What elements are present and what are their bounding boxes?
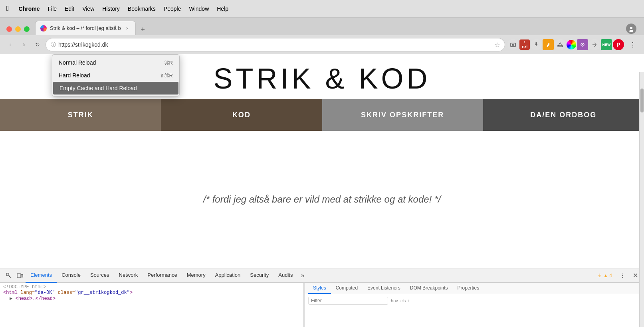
devtools-tab-security[interactable]: Security [245,268,273,283]
ext-paint-btn[interactable] [543,39,554,50]
devtools-filter-input[interactable] [308,297,388,305]
menu-help[interactable]: Help [217,6,228,12]
menu-history[interactable]: History [102,6,120,12]
tab-title: Strik & kod – /* fordi jeg altså b [50,25,121,31]
new-tab-button[interactable]: + [137,24,149,35]
maximize-window-button[interactable] [24,26,30,32]
url-text[interactable]: https://strikogkod.dk [58,41,492,48]
tab-favicon [40,25,47,32]
devtools-toolbar: Elements Console Sources Network Perform… [0,268,644,283]
mac-menu-bar:  Chrome File Edit View History Bookmark… [0,0,644,18]
svg-point-4 [535,42,537,44]
reload-context-menu: Normal Reload ⌘R Hard Reload ⇧⌘R Empty C… [52,54,180,97]
normal-reload-item[interactable]: Normal Reload ⌘R [52,56,179,69]
ext-color-btn[interactable] [567,40,576,49]
devtools-tab-sources[interactable]: Sources [85,268,114,283]
empty-cache-item[interactable]: Empty Cache and Hard Reload [53,82,178,95]
devtools-right-tabs: Styles Computed Event Listeners DOM Brea… [305,283,644,294]
svg-point-1 [629,30,633,32]
nav-skriv[interactable]: SKRIV OPSKRIFTER [322,99,483,131]
url-bar-area: ‹ › ↻ ⓘ https://strikogkod.dk ☆ 1 Cal [0,35,644,54]
normal-reload-label: Normal Reload [59,59,96,66]
reload-button[interactable]: ↻ [32,39,43,50]
window-controls [3,23,35,35]
menu-edit[interactable]: Edit [65,6,74,12]
svg-rect-9 [21,274,23,277]
devtools-content: <!DOCTYPE html> <html lang="da-DK" class… [0,283,644,327]
devtools-right-tab-dom-breakpoints[interactable]: DOM Breakpoints [405,283,453,294]
site-nav: STRIK KOD SKRIV OPSKRIFTER DA/EN ORDBOG [0,99,644,131]
nav-kod[interactable]: KOD [161,99,322,131]
devtools-right-tab-properties[interactable]: Properties [452,283,484,294]
devtools-right-tab-styles[interactable]: Styles [308,283,331,294]
devtools-right-tab-computed[interactable]: Computed [331,283,363,294]
svg-point-0 [630,27,632,29]
ext-pinterest-btn[interactable]: P [613,39,624,50]
devtools-tab-console[interactable]: Console [57,268,85,283]
forward-button[interactable]: › [18,39,30,50]
ext-new-btn[interactable]: NEW [601,39,612,50]
browser-window: Strik & kod – /* fordi jeg altså b × + ‹… [0,18,644,327]
scrollbar-thumb[interactable] [640,89,644,112]
devtools-tab-application[interactable]: Application [210,268,246,283]
ext-purple-btn[interactable] [577,39,588,50]
dom-html-tag: <html lang="da-DK" class="gr__strikogkod… [3,290,300,295]
menu-people[interactable]: People [164,6,181,12]
devtools-panel: Elements Console Sources Network Perform… [0,268,644,327]
devtools-tab-audits[interactable]: Audits [273,268,297,283]
ext-drive-btn[interactable] [555,39,566,50]
app-name[interactable]: Chrome [19,6,40,12]
ext-scale-btn[interactable] [589,39,600,50]
warning-count: ▲ 4 [603,273,612,278]
devtools-actions: ⚠ ▲ 4 ⋮ ✕ [594,270,641,281]
warning-icon: ⚠ [597,273,602,278]
svg-point-6 [582,44,583,45]
devtools-filter-bar: :hov .cls + [305,294,644,307]
close-window-button[interactable] [6,26,12,32]
svg-rect-8 [17,274,21,278]
minimize-window-button[interactable] [15,26,21,32]
dom-head-tag: ▶ <head>…</head> [3,295,300,301]
devtools-tab-network[interactable]: Network [114,268,143,283]
page-scrollbar[interactable] [639,72,644,327]
url-bar[interactable]: ⓘ https://strikogkod.dk ☆ [46,38,505,51]
devtools-filter-hint: :hov .cls + [390,298,410,303]
bookmark-star-icon[interactable]: ☆ [494,41,500,49]
ext-calendar-btn[interactable]: 1 Cal [519,39,530,50]
menu-bookmarks[interactable]: Bookmarks [128,6,156,12]
dom-doctype: <!DOCTYPE html> [3,284,300,290]
svg-rect-2 [511,43,515,47]
devtools-tab-elements[interactable]: Elements [26,268,57,283]
empty-cache-label: Empty Cache and Hard Reload [59,85,137,91]
apple-menu[interactable]:  [6,4,9,13]
menu-view[interactable]: View [82,6,94,12]
hard-reload-shortcut: ⇧⌘R [160,73,173,79]
devtools-dom-panel: <!DOCTYPE html> <html lang="da-DK" class… [0,283,303,327]
device-toolbar-button[interactable] [14,270,26,281]
nav-daen[interactable]: DA/EN ORDBOG [483,99,644,131]
hard-reload-item[interactable]: Hard Reload ⇧⌘R [52,69,179,82]
devtools-more-button[interactable]: ⋮ [617,270,628,281]
active-tab[interactable]: Strik & kod – /* fordi jeg altså b × [35,21,136,35]
devtools-styles-panel: Styles Computed Event Listeners DOM Brea… [305,283,644,327]
menu-file[interactable]: File [48,6,57,12]
element-picker-button[interactable] [3,270,14,281]
extensions-area: 1 Cal NEW P [507,39,624,50]
tab-bar: Strik & kod – /* fordi jeg altså b × + [0,18,644,35]
site-tagline: /* fordi jeg altså bare er vild med at s… [203,131,441,268]
devtools-tab-performance[interactable]: Performance [143,268,182,283]
devtools-tab-memory[interactable]: Memory [182,268,210,283]
profile-button[interactable] [625,22,638,35]
content-area: Normal Reload ⌘R Hard Reload ⇧⌘R Empty C… [0,54,644,327]
menu-window[interactable]: Window [189,6,209,12]
tab-close-button[interactable]: × [124,25,131,32]
security-icon: ⓘ [51,41,56,48]
ext-screenshot-btn[interactable] [507,39,519,50]
ext-accessibility-btn[interactable] [531,39,542,50]
devtools-tabs-overflow[interactable]: » [297,272,307,279]
nav-strik[interactable]: STRIK [0,99,161,131]
devtools-right-tab-event-listeners[interactable]: Event Listeners [363,283,405,294]
devtools-warning-badge[interactable]: ⚠ ▲ 4 [594,273,615,278]
back-button[interactable]: ‹ [5,39,16,50]
more-options-button[interactable]: ⋮ [626,38,639,51]
